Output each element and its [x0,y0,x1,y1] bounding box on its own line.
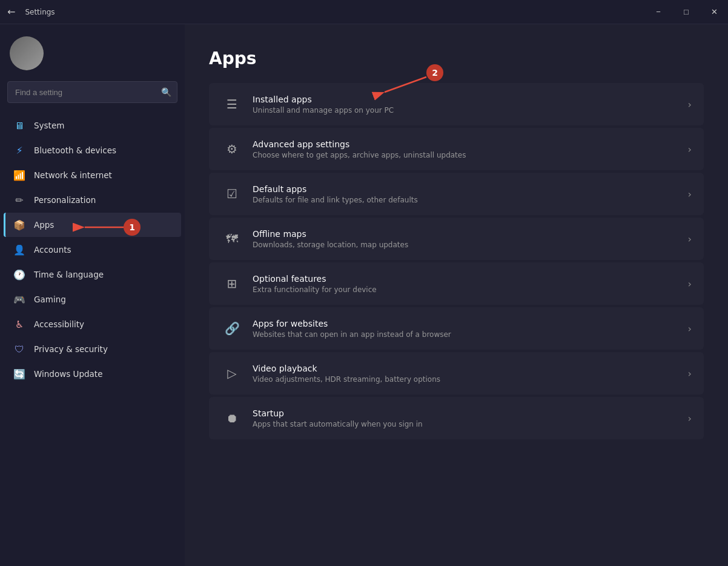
avatar [10,36,44,70]
settings-item-installed-apps[interactable]: ☰Installed appsUninstall and manage apps… [209,83,704,125]
startup-description: Apps that start automatically when you s… [253,420,682,428]
accounts-icon: 👤 [13,244,25,256]
advanced-app-settings-chevron-icon: › [688,144,692,155]
update-icon: 🔄 [13,368,25,380]
settings-item-apps-for-websites[interactable]: 🔗Apps for websitesWebsites that can open… [209,307,704,350]
apps-for-websites-title: Apps for websites [253,319,682,328]
titlebar-title: Settings [25,8,55,16]
startup-title: Startup [253,408,682,418]
sidebar-item-label-update: Windows Update [34,369,102,379]
close-button[interactable]: ✕ [700,0,728,24]
apps-for-websites-description: Websites that can open in an app instead… [253,330,682,339]
offline-maps-description: Downloads, storage location, map updates [253,241,682,249]
sidebar-item-label-accounts: Accounts [34,245,71,255]
optional-features-chevron-icon: › [688,278,692,290]
optional-features-icon: ⊞ [221,273,243,295]
accessibility-icon: ♿ [13,318,25,330]
apps-for-websites-icon: 🔗 [221,318,243,339]
settings-item-advanced-app-settings[interactable]: ⚙Advanced app settingsChoose where to ge… [209,128,704,170]
system-icon: 🖥 [13,119,25,132]
privacy-icon: 🛡 [13,343,25,355]
sidebar-item-personalization[interactable]: ✏Personalization [4,188,181,212]
sidebar-item-label-network: Network & internet [34,170,112,180]
startup-chevron-icon: › [688,413,692,424]
optional-features-text: Optional featuresExtra functionality for… [253,274,682,294]
installed-apps-text: Installed appsUninstall and manage apps … [253,95,682,115]
page-title: Apps [209,48,704,68]
offline-maps-chevron-icon: › [688,233,692,245]
maximize-button[interactable]: □ [672,0,700,24]
sidebar-item-label-bluetooth: Bluetooth & devices [34,145,116,155]
installed-apps-icon: ☰ [221,93,243,115]
titlebar: ← Settings − □ ✕ [0,0,728,24]
personalization-icon: ✏ [13,194,25,206]
sidebar-item-label-accessibility: Accessibility [34,319,84,329]
avatar-image [10,36,44,70]
sidebar: 🔍 🖥System⚡Bluetooth & devices📶Network & … [0,24,185,566]
apps-for-websites-text: Apps for websitesWebsites that can open … [253,319,682,339]
app-container: 🔍 🖥System⚡Bluetooth & devices📶Network & … [0,24,728,566]
sidebar-item-time[interactable]: 🕐Time & language [4,262,181,287]
offline-maps-text: Offline mapsDownloads, storage location,… [253,229,682,249]
search-bar: 🔍 [7,81,177,103]
installed-apps-description: Uninstall and manage apps on your PC [253,106,682,115]
sidebar-item-gaming[interactable]: 🎮Gaming [4,287,181,311]
advanced-app-settings-icon: ⚙ [221,138,243,160]
default-apps-icon: ☑ [221,183,243,205]
settings-item-optional-features[interactable]: ⊞Optional featuresExtra functionality fo… [209,262,704,305]
default-apps-description: Defaults for file and link types, other … [253,196,682,204]
optional-features-title: Optional features [253,274,682,284]
user-profile [0,24,185,76]
settings-item-startup[interactable]: ⏺StartupApps that start automatically wh… [209,397,704,439]
installed-apps-chevron-icon: › [688,99,692,110]
sidebar-item-bluetooth[interactable]: ⚡Bluetooth & devices [4,138,181,162]
settings-list: ☰Installed appsUninstall and manage apps… [209,83,704,439]
titlebar-controls: − □ ✕ [644,0,728,24]
sidebar-item-privacy[interactable]: 🛡Privacy & security [4,337,181,361]
time-icon: 🕐 [13,268,25,281]
sidebar-item-label-privacy: Privacy & security [34,344,108,354]
startup-icon: ⏺ [221,407,243,429]
search-input[interactable] [7,81,177,103]
sidebar-item-accessibility[interactable]: ♿Accessibility [4,312,181,336]
advanced-app-settings-text: Advanced app settingsChoose where to get… [253,139,682,159]
optional-features-description: Extra functionality for your device [253,285,682,294]
default-apps-title: Default apps [253,184,682,194]
settings-item-offline-maps[interactable]: 🗺Offline mapsDownloads, storage location… [209,218,704,260]
sidebar-item-update[interactable]: 🔄Windows Update [4,362,181,386]
video-playback-chevron-icon: › [688,368,692,379]
installed-apps-title: Installed apps [253,95,682,104]
search-icon: 🔍 [161,87,171,97]
advanced-app-settings-description: Choose where to get apps, archive apps, … [253,151,682,159]
sidebar-item-network[interactable]: 📶Network & internet [4,163,181,187]
settings-item-video-playback[interactable]: ▷Video playbackVideo adjustments, HDR st… [209,352,704,395]
video-playback-description: Video adjustments, HDR streaming, batter… [253,375,682,384]
offline-maps-title: Offline maps [253,229,682,239]
bluetooth-icon: ⚡ [13,144,25,156]
video-playback-text: Video playbackVideo adjustments, HDR str… [253,364,682,384]
titlebar-left: ← Settings [7,6,55,18]
apps-icon: 📦 [13,219,25,231]
network-icon: 📶 [13,169,25,181]
back-icon[interactable]: ← [7,6,15,18]
default-apps-chevron-icon: › [688,188,692,200]
default-apps-text: Default appsDefaults for file and link t… [253,184,682,204]
content-area: Apps ☰Installed appsUninstall and manage… [185,24,728,566]
sidebar-item-label-time: Time & language [34,270,104,279]
advanced-app-settings-title: Advanced app settings [253,139,682,149]
settings-item-default-apps[interactable]: ☑Default appsDefaults for file and link … [209,173,704,215]
sidebar-item-label-apps: Apps [34,220,54,230]
sidebar-item-label-gaming: Gaming [34,295,66,304]
sidebar-item-label-personalization: Personalization [34,195,96,205]
apps-for-websites-chevron-icon: › [688,323,692,335]
minimize-button[interactable]: − [644,0,672,24]
video-playback-title: Video playback [253,364,682,373]
startup-text: StartupApps that start automatically whe… [253,408,682,428]
sidebar-item-apps[interactable]: 📦Apps [4,213,181,237]
sidebar-item-accounts[interactable]: 👤Accounts [4,238,181,262]
gaming-icon: 🎮 [13,293,25,305]
sidebar-item-system[interactable]: 🖥System [4,113,181,138]
sidebar-nav: 🖥System⚡Bluetooth & devices📶Network & in… [0,113,185,387]
offline-maps-icon: 🗺 [221,228,243,250]
video-playback-icon: ▷ [221,362,243,384]
